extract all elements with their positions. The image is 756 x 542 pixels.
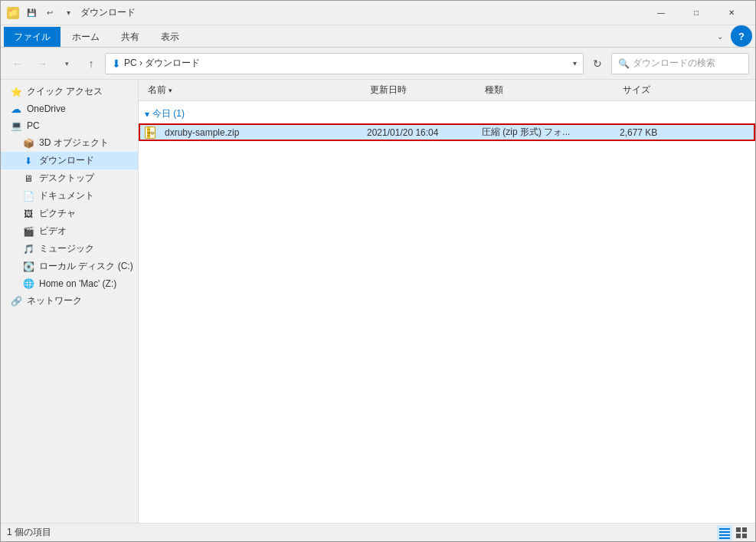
back-button[interactable]: ← — [7, 53, 28, 74]
svg-rect-7 — [742, 534, 747, 538]
tab-view[interactable]: 表示 — [151, 27, 189, 47]
sidebar-item-documents[interactable]: 📄 ドキュメント — [1, 187, 138, 205]
sidebar-item-local-disk-c[interactable]: 💽 ローカル ディスク (C:) — [1, 258, 138, 275]
col-header-type[interactable]: 種類 — [482, 84, 620, 97]
sidebar-label-videos: ビデオ — [39, 225, 67, 238]
svg-rect-2 — [719, 534, 730, 536]
view-toggle-buttons — [717, 525, 749, 540]
details-view-icon — [718, 527, 731, 539]
svg-rect-0 — [719, 528, 730, 530]
qat-save-button[interactable]: 💾 — [24, 5, 39, 21]
downloads-icon: ⬇ — [22, 155, 34, 167]
file-cell-type: 圧縮 (zip 形式) フォ... — [482, 126, 620, 139]
group-label: 今日 (1) — [152, 107, 185, 120]
tab-home[interactable]: ホーム — [62, 27, 110, 47]
sidebar-label-pictures: ピクチャ — [39, 207, 76, 220]
ribbon: ファイル ホーム 共有 表示 — [1, 25, 755, 48]
minimize-button[interactable]: — — [643, 1, 679, 25]
sidebar-item-pc[interactable]: 💻 PC — [1, 117, 138, 134]
tab-file[interactable]: ファイル — [4, 27, 61, 47]
pictures-icon: 🖼 — [22, 208, 34, 220]
col-header-size[interactable]: サイズ — [620, 84, 696, 97]
view-large-icons-button[interactable] — [734, 525, 749, 540]
sidebar-label-onedrive: OneDrive — [27, 103, 66, 114]
file-cell-size: 2,677 KB — [620, 127, 696, 138]
search-icon: 🔍 — [618, 58, 630, 69]
sidebar-item-network[interactable]: 🔗 ネットワーク — [1, 292, 138, 310]
star-icon: ⭐ — [10, 86, 22, 98]
ribbon-tabs: ファイル ホーム 共有 表示 — [1, 25, 755, 47]
network-icon: 🔗 — [10, 295, 22, 307]
3d-objects-icon: 📦 — [22, 137, 34, 149]
sidebar-label-quick-access: クイック アクセス — [27, 85, 103, 98]
explorer-window: 📁 💾 ↩ ▾ ダウンロード — □ ✕ ファイル ホーム 共有 表示 ⌄ ? — [0, 0, 756, 542]
address-bar[interactable]: ⬇ PC › ダウンロード ▾ — [105, 53, 584, 74]
svg-rect-3 — [719, 537, 730, 539]
title-bar-left: 📁 💾 ↩ ▾ ダウンロード — [7, 5, 136, 21]
onedrive-icon: ☁ — [10, 103, 22, 115]
forward-button[interactable]: → — [31, 53, 53, 74]
main-area: ⭐ クイック アクセス ☁ OneDrive 💻 PC 📦 3D オブジェクト … — [1, 80, 755, 523]
sidebar-item-onedrive[interactable]: ☁ OneDrive — [1, 100, 138, 117]
sidebar-label-music: ミュージック — [39, 242, 94, 255]
svg-rect-6 — [736, 534, 741, 538]
file-name: dxruby-sample.zip — [165, 127, 239, 138]
dropdown-history-button[interactable]: ▾ — [56, 53, 77, 74]
maximize-button[interactable]: □ — [679, 1, 714, 25]
sidebar-label-desktop: デスクトップ — [39, 172, 94, 185]
view-details-button[interactable] — [717, 525, 732, 540]
ribbon-expand-button[interactable]: ⌄ — [709, 25, 731, 47]
qat-dropdown-button[interactable]: ▾ — [61, 5, 76, 21]
group-header-today[interactable]: ▾ 今日 (1) — [139, 104, 755, 123]
sidebar-item-3dobjects[interactable]: 📦 3D オブジェクト — [1, 134, 138, 152]
videos-icon: 🎬 — [22, 225, 34, 238]
svg-rect-1 — [719, 531, 730, 533]
sidebar: ⭐ クイック アクセス ☁ OneDrive 💻 PC 📦 3D オブジェクト … — [1, 80, 139, 523]
group-collapse-icon: ▾ — [145, 109, 149, 120]
help-button[interactable]: ? — [731, 25, 752, 47]
window-title: ダウンロード — [80, 6, 136, 19]
col-header-date[interactable]: 更新日時 — [367, 84, 482, 97]
search-bar[interactable]: 🔍 ダウンロードの検索 — [611, 53, 749, 74]
search-placeholder: ダウンロードの検索 — [633, 57, 715, 70]
qat-undo-button[interactable]: ↩ — [42, 5, 57, 21]
sidebar-item-pictures[interactable]: 🖼 ピクチャ — [1, 205, 138, 222]
file-list: ▾ 今日 (1) zip dxruby-sample.zip — [139, 101, 755, 523]
music-icon: 🎵 — [22, 243, 34, 255]
content-area: 名前 ▾ 更新日時 種類 サイズ ▾ 今日 (1) — [139, 80, 755, 523]
pc-icon: 💻 — [10, 120, 22, 132]
navigation-bar: ← → ▾ ↑ ⬇ PC › ダウンロード ▾ ↻ 🔍 ダウンロードの検索 — [1, 48, 755, 80]
window-controls: — □ ✕ — [643, 1, 749, 25]
sidebar-label-3dobjects: 3D オブジェクト — [39, 136, 109, 149]
sidebar-item-downloads[interactable]: ⬇ ダウンロード — [1, 152, 138, 169]
title-bar: 📁 💾 ↩ ▾ ダウンロード — □ ✕ — [1, 1, 755, 25]
refresh-button[interactable]: ↻ — [587, 53, 608, 74]
sidebar-label-network: ネットワーク — [27, 294, 82, 307]
sidebar-label-home-mac: Home on 'Mac' (Z:) — [39, 278, 116, 289]
sidebar-label-pc: PC — [27, 120, 40, 131]
large-icons-view-icon — [735, 527, 748, 539]
sidebar-item-desktop[interactable]: 🖥 デスクトップ — [1, 169, 138, 187]
tab-share[interactable]: 共有 — [111, 27, 149, 47]
sidebar-item-videos[interactable]: 🎬 ビデオ — [1, 222, 138, 240]
sidebar-label-documents: ドキュメント — [39, 189, 94, 202]
sidebar-item-home-mac[interactable]: 🌐 Home on 'Mac' (Z:) — [1, 275, 138, 292]
zip-file-icon: zip — [145, 126, 157, 139]
svg-rect-4 — [736, 527, 741, 532]
sidebar-item-music[interactable]: 🎵 ミュージック — [1, 240, 138, 258]
documents-icon: 📄 — [22, 190, 34, 202]
up-button[interactable]: ↑ — [80, 53, 102, 74]
status-bar: 1 個の項目 — [1, 523, 755, 541]
file-cell-name: zip dxruby-sample.zip — [145, 126, 367, 139]
sidebar-label-local-disk-c: ローカル ディスク (C:) — [39, 260, 133, 273]
close-button[interactable]: ✕ — [714, 1, 749, 25]
window-icon: 📁 — [7, 7, 19, 19]
col-header-name[interactable]: 名前 ▾ — [145, 84, 367, 97]
home-mac-icon: 🌐 — [22, 278, 34, 290]
address-folder-icon: ⬇ — [112, 57, 121, 70]
address-dropdown-button[interactable]: ▾ — [573, 59, 577, 67]
desktop-icon: 🖥 — [22, 172, 34, 185]
sidebar-item-quick-access[interactable]: ⭐ クイック アクセス — [1, 83, 138, 100]
ribbon-area: ファイル ホーム 共有 表示 ⌄ ? — [1, 25, 755, 48]
table-row[interactable]: zip dxruby-sample.zip 2021/01/20 16:04 圧… — [139, 123, 755, 141]
